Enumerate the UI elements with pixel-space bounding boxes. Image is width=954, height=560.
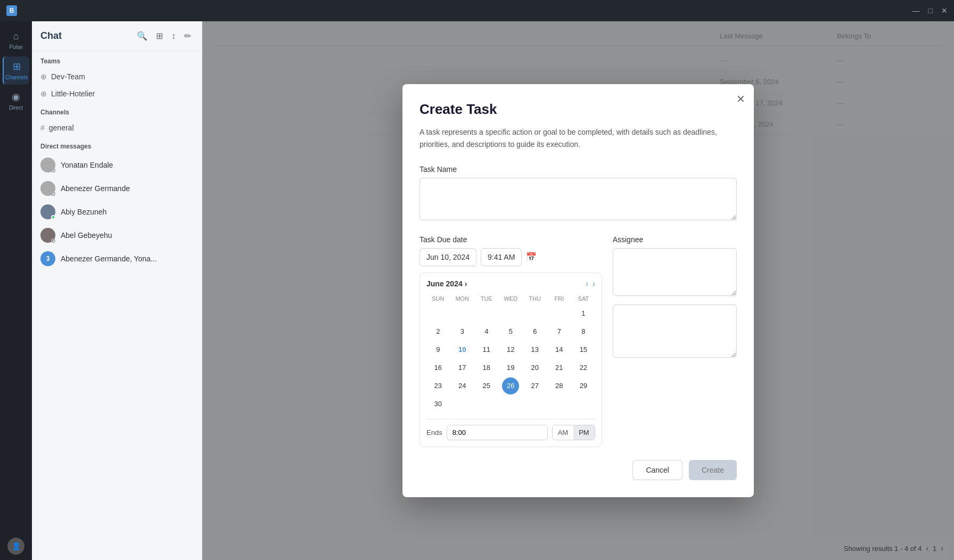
- nav-direct-label: Direct: [9, 105, 23, 111]
- cal-day-14[interactable]: 14: [550, 341, 568, 358]
- left-nav: ⌂ Pulse ⊞ Channels ◉ Direct 👤: [0, 21, 32, 560]
- dm-abiy-label: Abiy Bezuneh: [61, 208, 106, 216]
- day-tue: TUE: [475, 293, 498, 304]
- assignee-input[interactable]: [613, 248, 737, 296]
- sidebar-title: Chat: [40, 30, 62, 42]
- modal-title: Create Task: [420, 101, 737, 118]
- channels-icon: ⊞: [13, 61, 21, 72]
- am-pm-group: AM PM: [552, 425, 595, 440]
- create-button[interactable]: Create: [689, 460, 737, 480]
- sidebar-actions: 🔍 ⊞ ↕ ✏: [135, 29, 193, 43]
- main-content: Last Message Belongs To — — September 6,…: [202, 21, 954, 560]
- dm-abiy[interactable]: Abiy Bezuneh: [32, 200, 202, 224]
- cal-day-23[interactable]: 23: [430, 377, 447, 394]
- day-thu: THU: [523, 293, 547, 304]
- cal-day-6[interactable]: 6: [527, 323, 544, 340]
- cal-day-17[interactable]: 17: [454, 359, 471, 376]
- cal-day-30[interactable]: 30: [430, 396, 447, 413]
- cal-day-1[interactable]: 1: [575, 305, 592, 322]
- dm-status-offline: [51, 168, 55, 172]
- close-button[interactable]: ✕: [941, 6, 948, 15]
- cal-day-11[interactable]: 11: [478, 341, 495, 358]
- compose-button[interactable]: ✏: [182, 29, 193, 43]
- dm-abenezer[interactable]: Abenezer Germande: [32, 177, 202, 200]
- cal-day-13[interactable]: 13: [527, 341, 544, 358]
- cal-day-28[interactable]: 28: [550, 377, 568, 394]
- cal-day-29[interactable]: 29: [575, 377, 592, 394]
- cal-day-7[interactable]: 7: [550, 323, 568, 340]
- cal-day-2[interactable]: 2: [430, 323, 447, 340]
- am-button[interactable]: AM: [553, 425, 574, 440]
- cancel-button[interactable]: Cancel: [632, 460, 682, 480]
- cal-empty: [550, 396, 568, 413]
- ends-time-input[interactable]: [447, 425, 548, 440]
- sidebar-header: Chat 🔍 ⊞ ↕ ✏: [32, 21, 202, 51]
- next-month-button[interactable]: ›: [593, 279, 595, 288]
- app-icon: B: [6, 5, 17, 16]
- modal-close-button[interactable]: ✕: [736, 93, 745, 105]
- cal-day-12[interactable]: 12: [502, 341, 519, 358]
- sidebar-item-general[interactable]: # general: [32, 119, 202, 136]
- date-field[interactable]: Jun 10, 2024: [420, 248, 476, 266]
- cal-day-22[interactable]: 22: [575, 359, 592, 376]
- datetime-row: Jun 10, 2024 9:41 AM 📅: [420, 248, 602, 266]
- cal-empty: [550, 305, 568, 322]
- sort-button[interactable]: ↕: [169, 29, 178, 43]
- cal-day-9[interactable]: 9: [430, 341, 447, 358]
- cal-day-19[interactable]: 19: [502, 359, 519, 376]
- cal-empty: [478, 305, 495, 322]
- prev-month-button[interactable]: ‹: [586, 279, 588, 288]
- search-button[interactable]: 🔍: [135, 29, 150, 43]
- nav-channels-label: Channels: [5, 75, 28, 80]
- pm-button[interactable]: PM: [573, 425, 595, 440]
- cal-empty: [430, 305, 447, 322]
- channel-hash-icon: #: [40, 123, 45, 132]
- user-avatar[interactable]: 👤: [7, 538, 24, 555]
- title-bar: B — □ ✕: [0, 0, 954, 21]
- cal-day-20[interactable]: 20: [527, 359, 544, 376]
- nav-channels[interactable]: ⊞ Channels: [3, 56, 29, 85]
- calendar: June 2024 › ‹ › SUN: [420, 273, 602, 447]
- chevron-icon: ›: [465, 279, 467, 288]
- team-icon: ⊕: [40, 72, 47, 81]
- cal-day-26[interactable]: 26: [502, 377, 519, 394]
- cal-day-15[interactable]: 15: [575, 341, 592, 358]
- cal-day-18[interactable]: 18: [478, 359, 495, 376]
- cal-day-10[interactable]: 10: [454, 341, 471, 358]
- maximize-button[interactable]: □: [928, 6, 933, 15]
- calendar-grid: SUN MON TUE WED THU FRI SAT: [426, 293, 595, 413]
- calendar-icon[interactable]: 📅: [526, 252, 537, 262]
- cal-day-8[interactable]: 8: [575, 323, 592, 340]
- task-due-date-label: Task Due date: [420, 235, 602, 244]
- dm-group[interactable]: 3 Abenezer Germande, Yona...: [32, 247, 202, 270]
- sidebar-item-dev-team[interactable]: ⊕ Dev-Team: [32, 68, 202, 85]
- minimize-button[interactable]: —: [912, 6, 920, 15]
- cal-day-3[interactable]: 3: [454, 323, 471, 340]
- cal-day-4[interactable]: 4: [478, 323, 495, 340]
- calendar-month-year: June 2024 ›: [426, 279, 467, 288]
- cal-day-16[interactable]: 16: [430, 359, 447, 376]
- sidebar-dev-team-label: Dev-Team: [51, 72, 85, 81]
- assignee-label: Assignee: [613, 235, 737, 244]
- cal-day-5[interactable]: 5: [502, 323, 519, 340]
- dm-yonatan[interactable]: Yonatan Endale: [32, 153, 202, 177]
- sidebar-item-little-hotelier[interactable]: ⊕ Little-Hotelier: [32, 85, 202, 102]
- cal-empty: [527, 305, 544, 322]
- dm-status-online: [51, 215, 55, 219]
- dm-abel[interactable]: Abel Gebeyehu: [32, 224, 202, 247]
- task-name-input[interactable]: [420, 178, 737, 220]
- dm-avatar-yonatan: [40, 158, 55, 172]
- grid-button[interactable]: ⊞: [154, 29, 165, 43]
- description-input[interactable]: [613, 304, 737, 358]
- ends-label: Ends: [426, 429, 442, 437]
- time-field[interactable]: 9:41 AM: [481, 248, 522, 266]
- modal-description: A task represents a specific action or g…: [420, 126, 737, 150]
- cal-day-25[interactable]: 25: [478, 377, 495, 394]
- cal-day-21[interactable]: 21: [550, 359, 568, 376]
- nav-direct[interactable]: ◉ Direct: [3, 87, 29, 115]
- direct-messages-section-label: Direct messages: [32, 136, 202, 153]
- cal-day-24[interactable]: 24: [454, 377, 471, 394]
- nav-pulse[interactable]: ⌂ Pulse: [3, 27, 29, 54]
- cal-day-27[interactable]: 27: [527, 377, 544, 394]
- ends-row: Ends AM PM: [426, 419, 595, 440]
